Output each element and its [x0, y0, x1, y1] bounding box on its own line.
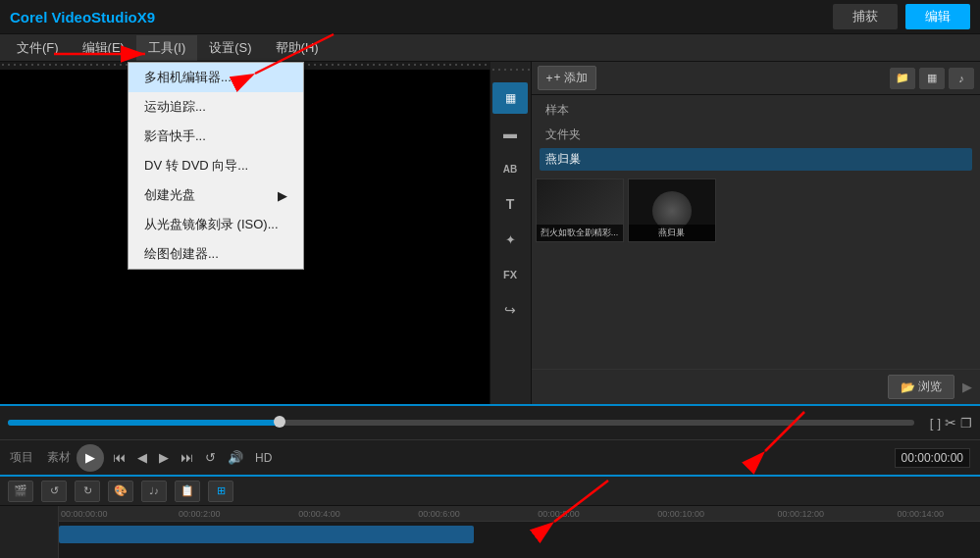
video-track-block[interactable]: [59, 526, 474, 543]
media-panel: + + 添加 📁 ▦ ♪ 样本 文件夹 燕归巢: [532, 62, 981, 404]
capture-button[interactable]: 捕获: [833, 4, 898, 29]
icon-btn-video[interactable]: ▦: [492, 82, 528, 114]
menu-bar: 文件(F) 编辑(E) 工具(I) 设置(S) 帮助(H) 多相机编辑器... …: [0, 34, 980, 62]
cut-icon[interactable]: ✂: [945, 415, 956, 431]
video-icon: ▦: [505, 91, 516, 105]
tl-btn-redo[interactable]: ↻: [75, 481, 100, 502]
to-start-button[interactable]: ⏮: [110, 447, 129, 468]
tick-7: 00:00:14:00: [897, 509, 944, 519]
tl-btn-clip[interactable]: 📋: [175, 481, 200, 502]
track-area: 00:00:00:00 00:00:2:00 00:00:4:00 00:00:…: [59, 506, 980, 558]
project-label: 项目: [10, 449, 33, 466]
title-actions: 捕获 编辑: [833, 4, 970, 29]
logo-corel: Corel: [10, 9, 52, 25]
media-toolbar: + + 添加 📁 ▦ ♪: [532, 62, 981, 95]
tick-0: 00:00:00:00: [61, 509, 108, 519]
nav-recent[interactable]: 燕归巢: [540, 148, 973, 171]
dropdown-dvd[interactable]: DV 转 DVD 向导...: [129, 151, 303, 180]
tl-btn-audio[interactable]: ♩♪: [141, 481, 167, 502]
tools-dropdown: 多相机编辑器... 运动追踪... 影音快手... DV 转 DVD 向导...…: [128, 62, 304, 270]
play-button[interactable]: ▶: [77, 444, 104, 472]
controls-row: 项目 素材 ▶ ⏮ ◀ ▶ ⏭ ↺ 🔊 HD 00:00:00:00: [0, 439, 980, 475]
media-item-1[interactable]: 烈火如歌全剧精彩...: [536, 178, 624, 242]
tick-2: 00:00:4:00: [298, 509, 340, 519]
fx-icon: FX: [503, 269, 517, 280]
icon-btn-audio[interactable]: ↪: [492, 294, 528, 326]
dots-bar-right: [490, 67, 531, 75]
step-forward-button[interactable]: ▶: [156, 447, 172, 468]
to-end-button[interactable]: ⏭: [178, 447, 196, 468]
menu-edit[interactable]: 编辑(E): [71, 35, 136, 61]
menu-tools[interactable]: 工具(I): [136, 35, 197, 61]
edit-button[interactable]: 编辑: [905, 4, 970, 29]
dropdown-instant[interactable]: 影音快手...: [129, 122, 303, 151]
dropdown-multicam[interactable]: 多相机编辑器...: [129, 63, 303, 92]
dropdown-disc[interactable]: 创建光盘 ▶: [129, 180, 303, 210]
browse-label: 浏览: [918, 379, 942, 395]
dropdown-motion[interactable]: 运动追踪...: [129, 92, 303, 122]
plus-icon: +: [546, 72, 553, 85]
icon-sidebar: ▦ ▬ AB T ✦ FX ↪: [490, 62, 532, 404]
filter-icon: ✦: [505, 232, 516, 247]
tick-1: 00:00:2:00: [179, 509, 221, 519]
app-logo: Corel VideoStudioX9: [10, 9, 155, 25]
folder-icon-btn[interactable]: 📁: [890, 68, 915, 89]
bracket-open[interactable]: [: [930, 416, 934, 431]
tick-4: 00:00:8:00: [538, 509, 580, 519]
add-media-button[interactable]: + + 添加: [538, 66, 596, 90]
hd-label: HD: [252, 448, 275, 468]
clip-label: 素材: [47, 449, 71, 466]
audio-icon: ↪: [504, 302, 516, 318]
track-labels: [0, 506, 59, 558]
menu-help[interactable]: 帮助(H): [264, 35, 331, 61]
playback-left: [0, 420, 922, 426]
dropdown-paint[interactable]: 绘图创建器...: [129, 239, 303, 269]
right-panel: ▦ ▬ AB T ✦ FX ↪: [490, 62, 981, 404]
icon-btn-text[interactable]: AB: [492, 153, 528, 184]
nav-folder[interactable]: 文件夹: [540, 124, 973, 146]
icon-btn-film[interactable]: ▬: [492, 118, 528, 149]
tl-btn-split[interactable]: ⊞: [208, 481, 233, 502]
icon-btn-title[interactable]: T: [492, 188, 528, 220]
timeline: 🎬 ↺ ↻ 🎨 ♩♪ 📋 ⊞ 00:00:00:00 00:00:2:00 00…: [0, 475, 980, 558]
bracket-close[interactable]: ]: [937, 416, 941, 431]
text-icon: AB: [503, 164, 517, 175]
film-icon: ▬: [503, 126, 517, 141]
thumb-label-1: 烈火如歌全剧精彩...: [537, 225, 623, 241]
prev-frame-button[interactable]: ◀: [134, 447, 150, 468]
logo-brand: VideoStudio: [52, 9, 137, 25]
tl-btn-film[interactable]: 🎬: [8, 481, 33, 502]
volume-button[interactable]: 🔊: [225, 447, 246, 468]
app-container: Corel VideoStudioX9 捕获 编辑 文件(F) 编辑(E) 工具…: [0, 0, 980, 558]
dropdown-disc-arrow: ▶: [278, 188, 287, 203]
copy-icon[interactable]: ❐: [960, 416, 972, 431]
list-view-btn[interactable]: ♪: [949, 68, 974, 89]
menu-file[interactable]: 文件(F): [5, 35, 71, 61]
tl-btn-color[interactable]: 🎨: [108, 481, 133, 502]
timeline-tracks: 00:00:00:00 00:00:2:00 00:00:4:00 00:00:…: [0, 506, 980, 558]
time-display: 00:00:00:00: [895, 448, 970, 468]
dropdown-iso[interactable]: 从光盘镜像刻录 (ISO)...: [129, 210, 303, 239]
icon-btn-fx[interactable]: FX: [492, 259, 528, 290]
scroll-right-icon[interactable]: ▶: [962, 380, 972, 394]
nav-sample[interactable]: 样本: [540, 99, 973, 122]
browse-button[interactable]: 📂 浏览: [888, 375, 954, 399]
icon-btn-filter[interactable]: ✦: [492, 224, 528, 255]
repeat-button[interactable]: ↺: [202, 447, 219, 468]
media-grid: 烈火如歌全剧精彩... 燕归巢: [532, 175, 981, 369]
progress-thumb: [274, 416, 285, 428]
browse-icon: 📂: [901, 380, 915, 394]
title-bar: Corel VideoStudioX9 捕获 编辑: [0, 0, 980, 34]
tl-btn-undo[interactable]: ↺: [41, 481, 67, 502]
play-icon: ▶: [85, 450, 95, 465]
add-label: + 添加: [554, 70, 588, 86]
title-icon: T: [506, 196, 515, 212]
progress-bar[interactable]: [8, 420, 914, 426]
media-item-2[interactable]: 燕归巢: [628, 178, 716, 242]
menu-settings[interactable]: 设置(S): [197, 35, 263, 61]
media-nav: 样本 文件夹 燕归巢: [532, 95, 981, 175]
time-ruler: 00:00:00:00 00:00:2:00 00:00:4:00 00:00:…: [59, 506, 980, 522]
timeline-toolbar: 🎬 ↺ ↻ 🎨 ♩♪ 📋 ⊞: [0, 477, 980, 506]
tick-5: 00:00:10:00: [657, 509, 704, 519]
grid-view-btn[interactable]: ▦: [919, 68, 945, 89]
